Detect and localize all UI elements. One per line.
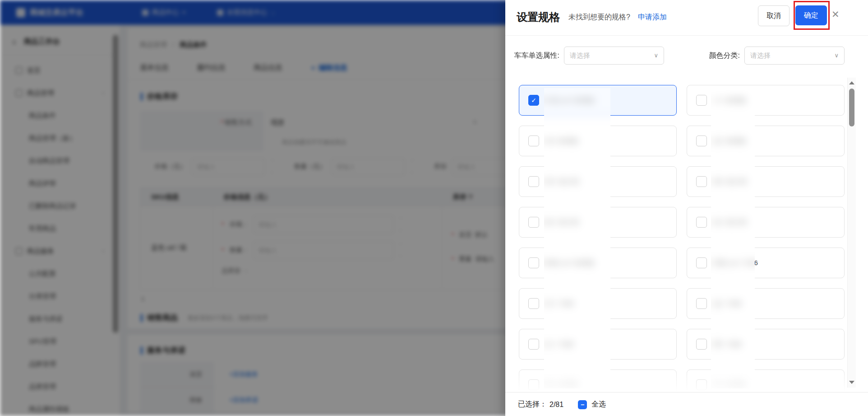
checkbox-icon[interactable]: ✓: [528, 257, 539, 268]
pagination[interactable]: 1: [141, 295, 144, 302]
brand-title: 商城交易云平台: [30, 7, 83, 18]
add-promise-link[interactable]: +添加承诺: [229, 396, 258, 404]
weight-field: * 重量 请输入: [452, 255, 494, 263]
divider: [128, 79, 507, 80]
chevron-down-icon[interactable]: ∨: [473, 118, 477, 125]
checkbox-icon[interactable]: ✓: [696, 339, 707, 350]
tab[interactable]: ▼ 编辑信息: [310, 63, 347, 73]
scroll-up-icon[interactable]: [849, 81, 854, 84]
screen: 商城交易云平台 商品中心 ▾ 全部消息中心 ⌄: [0, 0, 868, 416]
apply-add-link[interactable]: 申请添加: [638, 13, 667, 22]
cancel-button[interactable]: 取消: [758, 5, 790, 26]
sidebar-item[interactable]: 公共配置: [0, 262, 120, 285]
checkbox-icon[interactable]: ✓: [528, 176, 539, 187]
select-all-label[interactable]: 全选: [591, 400, 606, 409]
field-group: 数量（元） 请输入 ⌃⌄: [295, 158, 414, 175]
back-icon[interactable]: ‹: [13, 37, 16, 47]
tab[interactable]: ▼ 履约信息: [197, 63, 226, 73]
scrollbar-thumb[interactable]: [849, 89, 854, 126]
section3-label: 服务与承诺: [147, 345, 185, 355]
sidebar-item-label: 已删除商品记录: [29, 195, 76, 217]
qty-input[interactable]: 请输入: [253, 241, 394, 259]
tab[interactable]: ▼ 商品信息: [254, 63, 282, 73]
sidebar-item[interactable]: 商品管理（新）: [0, 127, 120, 150]
selected-count: 2/81: [549, 401, 563, 409]
field-input[interactable]: 请输入: [192, 158, 265, 175]
spec-card[interactable]: ✓ 驼色 ud / 7056: [687, 248, 845, 278]
spec-card[interactable]: ✓ 黑 / 7088: [687, 329, 845, 360]
checkbox-icon[interactable]: ✓: [528, 95, 539, 106]
spec-card[interactable]: ✓ 蓝 / 标准款: [687, 126, 845, 156]
section-title-price-stock: 价格库存: [141, 91, 178, 102]
stepper-icons[interactable]: ⌃⌄: [270, 159, 274, 174]
filter-select[interactable]: 请选择 ∨: [744, 47, 845, 65]
select-placeholder: 请选择: [750, 51, 771, 59]
sidebar-item[interactable]: 常用商品: [0, 217, 120, 240]
sidebar-item[interactable]: 分类管理: [0, 285, 120, 308]
sidebar-item[interactable]: 商品条件: [0, 104, 120, 127]
section2-help: 最多添加X个商品，拖拽可排序: [188, 314, 268, 322]
topbar-menu-item[interactable]: 全部消息中心 ⌄: [217, 8, 275, 17]
sidebar-item[interactable]: 商品服务 ›: [0, 240, 120, 262]
checkbox-icon[interactable]: ✓: [696, 95, 707, 106]
checkbox-icon[interactable]: ✓: [696, 257, 707, 268]
table-header-cell: 价格信息（元）: [213, 193, 442, 201]
checkbox-icon[interactable]: ✓: [528, 217, 539, 228]
panel-scrollbar[interactable]: [847, 78, 856, 388]
stepper-icons[interactable]: ⌃⌄: [398, 243, 402, 257]
price-input[interactable]: 请输入: [253, 215, 394, 234]
sidebar-item[interactable]: 品牌管理: [0, 353, 120, 375]
select-all-checkbox[interactable]: −: [578, 400, 587, 409]
checkbox-icon[interactable]: ✓: [696, 176, 707, 187]
add-service-link[interactable]: +添加服务: [229, 370, 258, 379]
sidebar-item-label: 分类管理: [29, 285, 56, 308]
weight-value[interactable]: 请输入: [475, 255, 494, 263]
breadcrumb-parent[interactable]: 商品管理: [140, 41, 167, 48]
checkbox-icon[interactable]: ✓: [528, 298, 539, 309]
checkbox-icon[interactable]: ✓: [696, 298, 707, 309]
column-divider: [442, 206, 443, 290]
sidebar-item[interactable]: 服务与承诺: [0, 308, 120, 330]
sidebar-item-label: 品类管理: [29, 375, 56, 398]
sidebar-item[interactable]: 商品属性模板: [0, 398, 120, 416]
spec-card[interactable]: ✓ 棕 / 加大码: [687, 207, 845, 238]
sidebar-item-label: 服务与承诺: [29, 308, 63, 330]
sidebar-item[interactable]: 商品管理 ›: [0, 82, 120, 104]
brand: 商城交易云平台: [16, 7, 83, 18]
stepper-icons[interactable]: ⌃⌄: [410, 159, 414, 174]
sidebar-scrollbar[interactable]: [113, 35, 118, 333]
close-icon[interactable]: ✕: [831, 9, 840, 20]
checkbox-icon[interactable]: ✓: [696, 136, 707, 146]
qty-label: 数量：: [230, 246, 249, 254]
filter-group: 颜色分类: 请选择 ∨: [686, 47, 857, 65]
scroll-down-icon[interactable]: [849, 381, 854, 384]
tab-label: 履约信息: [197, 63, 226, 73]
column-divider: [213, 206, 213, 290]
spec-card[interactable]: ✓ 大 / 标准款: [687, 85, 845, 116]
sidebar-item-label: 商品管理（新）: [29, 127, 76, 150]
field-input[interactable]: 请输入: [332, 158, 405, 175]
filter-select[interactable]: 请选择 ∨: [564, 47, 664, 65]
stepper-icons[interactable]: ⌃⌄: [398, 217, 402, 232]
spec-card[interactable]: ✓ 紫 / 加大码: [687, 166, 845, 197]
sale-mode-value[interactable]: 现货: [271, 118, 284, 127]
sidebar-item-label: 商品条件: [29, 104, 56, 127]
sidebar-item[interactable]: 品类管理: [0, 375, 120, 398]
spec-card[interactable]: ✓ 蓝 / 7088: [687, 288, 845, 319]
checkbox-icon[interactable]: ✓: [528, 339, 539, 350]
form-label-cell: [140, 111, 264, 151]
sidebar-item[interactable]: 商品评审: [0, 172, 120, 195]
sidebar-item[interactable]: 自动商品管理: [0, 150, 120, 172]
topbar-menu-label: 全部消息中心: [227, 8, 268, 17]
checkbox-icon[interactable]: ✓: [696, 217, 707, 228]
topbar-menu-item[interactable]: 商品中心 ▾: [142, 8, 185, 17]
sidebar-item[interactable]: 已删除商品记录: [0, 195, 120, 217]
sidebar-item[interactable]: SPU管理: [0, 330, 120, 353]
tab[interactable]: ▼ 基本信息: [140, 63, 169, 73]
filter-row: 颜色分类: 请选择 ∨ 车车单选属性: 请选择 ∨: [505, 47, 868, 65]
drawer-title: 设置规格: [517, 10, 560, 24]
folder-icon: [15, 89, 23, 97]
sidebar-item[interactable]: 首页: [0, 59, 120, 82]
checkbox-icon[interactable]: ✓: [528, 136, 539, 146]
ship-value[interactable]: 默认: [475, 231, 488, 239]
